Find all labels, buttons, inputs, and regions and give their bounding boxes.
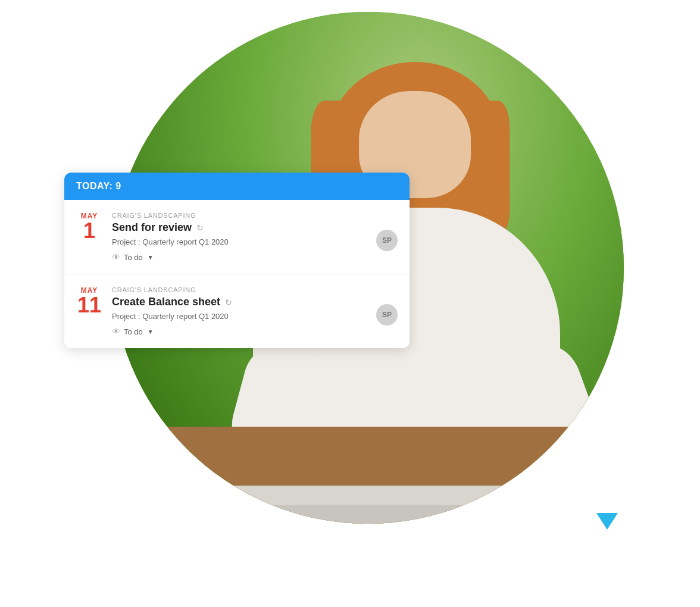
task-status-row-1: 👁 To do ▼ bbox=[112, 252, 369, 262]
eye-icon-1: 👁 bbox=[112, 252, 120, 262]
task-content-1: CRAIG'S LANDSCAPING Send for review ↻ Pr… bbox=[112, 212, 369, 262]
refresh-icon-1[interactable]: ↻ bbox=[196, 223, 204, 233]
avatar-2: SP bbox=[376, 304, 398, 326]
dropdown-arrow-2[interactable]: ▼ bbox=[148, 328, 154, 335]
task-status-row-2: 👁 To do ▼ bbox=[112, 327, 369, 336]
today-label: TODAY: bbox=[76, 181, 112, 191]
task-title-row-1: Send for review ↻ bbox=[112, 221, 369, 234]
panel-header: TODAY: 9 bbox=[64, 173, 410, 200]
main-scene: TODAY: 9 MAY 1 CRAIG'S LANDSCAPING Send … bbox=[52, 6, 648, 601]
date-block-2: MAY 11 bbox=[76, 286, 112, 316]
avatar-1: SP bbox=[376, 230, 398, 251]
date-block-1: MAY 1 bbox=[76, 212, 112, 242]
dropdown-arrow-1[interactable]: ▼ bbox=[148, 254, 154, 261]
client-name-2: CRAIG'S LANDSCAPING bbox=[112, 286, 369, 293]
triangle-decoration bbox=[596, 513, 618, 530]
date-day-1: 1 bbox=[76, 220, 102, 242]
avatar-area-1: SP bbox=[369, 212, 398, 251]
task-item-1[interactable]: MAY 1 CRAIG'S LANDSCAPING Send for revie… bbox=[64, 200, 410, 274]
task-title-2: Create Balance sheet bbox=[112, 296, 220, 308]
laptop bbox=[188, 486, 598, 518]
task-project-1: Project : Quarterly report Q1 2020 bbox=[112, 237, 369, 246]
laptop-screen bbox=[205, 505, 581, 524]
table bbox=[138, 427, 624, 524]
status-label-1: To do bbox=[124, 253, 143, 262]
today-count: 9 bbox=[115, 181, 121, 191]
refresh-icon-2[interactable]: ↻ bbox=[225, 298, 232, 307]
task-title-row-2: Create Balance sheet ↻ bbox=[112, 296, 369, 308]
client-name-1: CRAIG'S LANDSCAPING bbox=[112, 212, 369, 219]
status-label-2: To do bbox=[124, 327, 143, 336]
task-project-2: Project : Quarterly report Q1 2020 bbox=[112, 312, 369, 321]
date-day-2: 11 bbox=[76, 295, 102, 316]
task-content-2: CRAIG'S LANDSCAPING Create Balance sheet… bbox=[112, 286, 369, 336]
eye-icon-2: 👁 bbox=[112, 327, 120, 336]
task-title-1: Send for review bbox=[112, 221, 192, 234]
task-panel: TODAY: 9 MAY 1 CRAIG'S LANDSCAPING Send … bbox=[64, 173, 410, 348]
task-item-2[interactable]: MAY 11 CRAIG'S LANDSCAPING Create Balanc… bbox=[64, 274, 410, 348]
avatar-area-2: SP bbox=[369, 286, 398, 326]
